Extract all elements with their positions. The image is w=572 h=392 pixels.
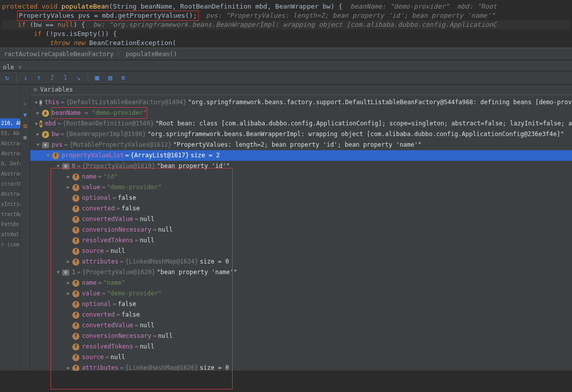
frames-gutter: 210, AB53, AbsAbstracAbstrac0, DefaAbstr… — [0, 84, 20, 371]
new-watch-icon[interactable]: ▣ — [21, 133, 29, 141]
chevron-right-icon: 〉 — [117, 50, 123, 58]
separator — [87, 74, 88, 82]
var-item0-resolvedTokens[interactable]: f resolvedTokens = null — [30, 235, 572, 246]
var-item0-converted[interactable]: f converted = false — [30, 203, 572, 214]
code-line-current: if (bw == null) { bw: "org.springframewo… — [2, 20, 570, 29]
step-out-icon[interactable]: ⤵ — [61, 74, 69, 82]
force-step-into-icon[interactable]: ⤴ — [48, 74, 56, 82]
frame-item[interactable]: Abstrac — [0, 139, 20, 149]
var-item1-convertedValue[interactable]: f convertedValue = null — [30, 320, 572, 331]
var-item0-value[interactable]: f value = "demo-provider" — [30, 182, 572, 193]
frame-item[interactable]: stractB — [0, 179, 20, 189]
var-mbd[interactable]: p mbd = {RootBeanDefinition@1560} "Root … — [30, 118, 572, 129]
separator — [16, 74, 17, 82]
variables-header: ≡ Variables — [30, 84, 572, 95]
var-item0-source[interactable]: f source = null — [30, 246, 572, 256]
frame-item[interactable]: Abstrac — [0, 149, 20, 159]
variables-panel: 210, AB53, AbsAbstracAbstrac0, DefaAbstr… — [0, 84, 572, 371]
breadcrumb-item[interactable]: populateBean() — [126, 51, 177, 58]
rerun-icon[interactable]: ↻ — [3, 74, 11, 82]
var-item1-conversionNecessary[interactable]: f conversionNecessary = null — [30, 331, 572, 341]
var-this[interactable]: ≡ this = {DefaultListableBeanFactory@149… — [30, 97, 572, 108]
var-item1-optional[interactable]: f optional = false — [30, 299, 572, 310]
drop-frame-icon[interactable]: ↘ — [74, 74, 82, 82]
frame-item[interactable]: athXml — [0, 230, 20, 240]
frame-item[interactable]: 210, AB — [0, 118, 20, 128]
code-line: if (!pvs.isEmpty()) { — [2, 29, 570, 38]
debug-toolbar: ↻ ↓ ↑ ⤴ ⤵ ↘ ▦ ▤ ≡ — [0, 71, 572, 84]
var-item0-convertedValue[interactable]: f convertedValue = null — [30, 214, 572, 225]
tab-console[interactable]: ole — [3, 64, 14, 71]
action-gutter: ＋ ▼ ⧉ ▣ — [20, 84, 30, 371]
list-icon: ≡ — [33, 86, 37, 93]
var-item1-attributes[interactable]: f attributes = {LinkedHashMap@1626} size… — [30, 363, 572, 371]
var-item-1[interactable]: ≡ 1 = {PropertyValue@1620} "bean propert… — [30, 267, 572, 278]
variables-body: ≡ Variables ≡ this = {DefaultListableBea… — [30, 84, 572, 371]
breadcrumb: ractAutowireCapableBeanFactory 〉 populat… — [0, 48, 572, 60]
var-item-0[interactable]: ≡ 0 = {PropertyValue@1619} "bean propert… — [30, 161, 572, 171]
filter-icon[interactable]: ▼ — [21, 111, 29, 119]
breadcrumb-item[interactable]: ractAutowireCapableBeanFactory — [4, 51, 114, 58]
var-item0-attributes[interactable]: f attributes = {LinkedHashMap@1624} size… — [30, 256, 572, 267]
var-item1-resolvedTokens[interactable]: f resolvedTokens = null — [30, 341, 572, 352]
frame-item[interactable]: PathXn — [0, 220, 20, 230]
step-into-icon[interactable]: ↑ — [35, 74, 43, 82]
var-item1-source[interactable]: f source = null — [30, 352, 572, 363]
frame-item[interactable]: yInitial — [0, 199, 20, 209]
var-propertyValueList[interactable]: f propertyValueList = {ArrayList@1617} s… — [30, 150, 572, 161]
frame-item[interactable]: Abstrac — [0, 189, 20, 199]
frame-item[interactable]: Abstrac — [0, 169, 20, 179]
add-watch-icon[interactable]: ＋ — [21, 100, 29, 108]
var-pvs[interactable]: ≡ pvs = {MutablePropertyValues@1612} "Pr… — [30, 140, 572, 150]
var-item1-value[interactable]: f value = "demo-provider" — [30, 288, 572, 299]
code-line: PropertyValues pvs = mbd.getPropertyValu… — [2, 11, 570, 20]
code-line: throw new BeanCreationException( — [2, 38, 570, 48]
watch-icon[interactable]: ▤ — [106, 74, 114, 82]
frame-item[interactable]: 53, Abs — [0, 128, 20, 139]
evaluate-icon[interactable]: ▦ — [93, 74, 101, 82]
var-bw[interactable]: p bw = {BeanWrapperImpl@1596} "org.sprin… — [30, 129, 572, 140]
var-beanName[interactable]: p beanName = "demo-provider" — [30, 108, 572, 118]
var-item0-conversionNecessary[interactable]: f conversionNecessary = null — [30, 225, 572, 235]
close-icon[interactable]: × — [18, 64, 22, 71]
frame-item[interactable]: r (com — [0, 240, 20, 250]
copy-icon[interactable]: ⧉ — [21, 122, 29, 130]
settings-icon[interactable]: ≡ — [119, 74, 127, 82]
debug-tabbar: ole × — [0, 60, 572, 71]
frame-item[interactable]: 0, Defa — [0, 159, 20, 169]
code-editor[interactable]: protected void populateBean(String beanN… — [0, 0, 572, 48]
var-item1-converted[interactable]: f converted = false — [30, 310, 572, 320]
var-item0-name[interactable]: f name = "id" — [30, 171, 572, 182]
frames-list[interactable]: 210, AB53, AbsAbstracAbstrac0, DefaAbstr… — [0, 117, 20, 250]
code-line: protected void populateBean(String beanN… — [2, 2, 570, 11]
frame-item[interactable]: tractAp — [0, 209, 20, 220]
var-item1-name[interactable]: f name = "name" — [30, 278, 572, 288]
step-over-icon[interactable]: ↓ — [22, 74, 30, 82]
var-item0-optional[interactable]: f optional = false — [30, 193, 572, 203]
variables-title: Variables — [40, 86, 73, 93]
variables-tree[interactable]: ≡ this = {DefaultListableBeanFactory@149… — [30, 95, 572, 371]
